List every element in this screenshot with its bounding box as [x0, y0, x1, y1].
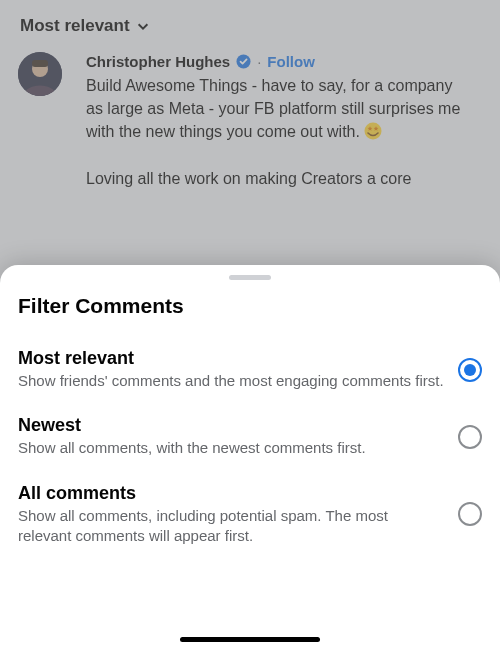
option-text: Newest Show all comments, with the newes… — [18, 415, 444, 458]
viewport: Most relevant Christopher Hughes — [0, 0, 500, 650]
sheet-grabber[interactable] — [229, 275, 271, 280]
radio-icon — [458, 502, 482, 526]
radio-icon — [458, 425, 482, 449]
option-title: Newest — [18, 415, 444, 436]
option-description: Show all comments, with the newest comme… — [18, 438, 444, 458]
filter-option-most-relevant[interactable]: Most relevant Show friends' comments and… — [18, 336, 482, 407]
option-title: All comments — [18, 483, 444, 504]
option-description: Show friends' comments and the most enga… — [18, 371, 444, 391]
filter-comments-sheet: Filter Comments Most relevant Show frien… — [0, 265, 500, 650]
filter-option-all-comments[interactable]: All comments Show all comments, includin… — [18, 475, 482, 563]
filter-option-newest[interactable]: Newest Show all comments, with the newes… — [18, 407, 482, 474]
option-text: All comments Show all comments, includin… — [18, 483, 444, 547]
option-title: Most relevant — [18, 348, 444, 369]
sheet-title: Filter Comments — [18, 294, 482, 318]
home-indicator[interactable] — [180, 637, 320, 642]
radio-icon — [458, 358, 482, 382]
option-text: Most relevant Show friends' comments and… — [18, 348, 444, 391]
option-description: Show all comments, including potential s… — [18, 506, 444, 547]
